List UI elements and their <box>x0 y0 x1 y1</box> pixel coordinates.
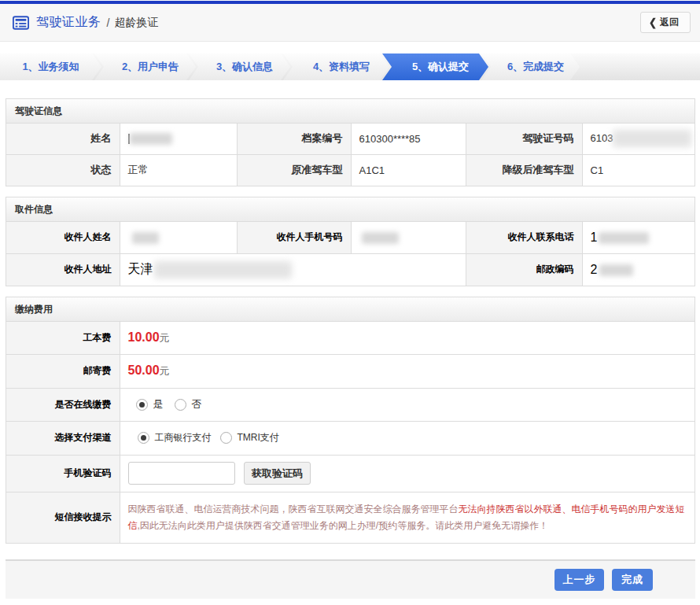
mail-fee-value: 50.00元 <box>120 354 694 388</box>
radio-group: 是 否 <box>128 397 695 411</box>
table-row: 姓名 档案编号 610300****85 驾驶证号码 6103 <box>6 124 694 154</box>
fees-section-title: 缴纳费用 <box>6 297 694 322</box>
table-row: 收件人地址 天津 邮政编码 2 <box>6 253 694 286</box>
notice-text-1: 因陕西省联通、电信运营商技术问题，陕西省互联网交通安全综合服务管理平台 <box>128 504 459 515</box>
steps-bar: 1、业务须知 2、用户申告 3、确认信息 4、资料填写 5、确认提交 6、完成提… <box>0 53 700 80</box>
online-pay-yes-label: 是 <box>153 397 164 411</box>
file-no-label: 档案编号 <box>237 124 351 154</box>
step-4-fill-data: 4、资料填写 <box>283 53 389 80</box>
mail-fee-label: 邮寄费 <box>6 354 120 388</box>
postcode-value: 2 <box>582 253 694 286</box>
online-pay-no-radio[interactable] <box>175 399 186 411</box>
finish-button[interactable]: 完成 <box>612 569 653 591</box>
page-subtitle: 超龄换证 <box>114 16 158 30</box>
down-class-value: C1 <box>582 154 694 186</box>
down-class-label: 降级后准驾车型 <box>466 154 582 186</box>
recipient-tel-label: 收件人联系电话 <box>466 222 582 253</box>
pickup-table: 收件人姓名 收件人手机号码 收件人联系电话 1 收件人地址 天津 邮政编码 2 <box>6 222 694 286</box>
online-pay-label: 是否在线缴费 <box>6 388 120 421</box>
channel-icbc-label: 工商银行支付 <box>155 431 212 445</box>
title-separator: / <box>107 17 110 29</box>
table-row: 工本费 10.00元 <box>6 322 694 354</box>
sms-code-input[interactable] <box>128 462 235 485</box>
redacted-postcode <box>599 264 633 276</box>
address-value: 天津 <box>120 253 466 286</box>
page: 驾驶证业务 / 超龄换证 ❮ 返回 1、业务须知 2、用户申告 3、确认信息 4… <box>0 0 700 605</box>
table-row: 短信接收提示 因陕西省联通、电信运营商技术问题，陕西省互联网交通安全综合服务管理… <box>6 492 694 543</box>
sms-notice-value: 因陕西省联通、电信运营商技术问题，陕西省互联网交通安全综合服务管理平台无法向持陕… <box>120 492 694 543</box>
steps: 1、业务须知 2、用户申告 3、确认信息 4、资料填写 5、确认提交 6、完成提… <box>0 53 700 80</box>
table-row: 收件人姓名 收件人手机号码 收件人联系电话 1 <box>6 222 694 253</box>
pickup-section-title: 取件信息 <box>6 197 694 222</box>
license-section-title: 驾驶证信息 <box>6 99 694 124</box>
sms-code-row: 获取验证码 <box>120 455 694 492</box>
online-pay-yes-radio[interactable] <box>136 399 148 411</box>
work-fee-label: 工本费 <box>6 322 120 354</box>
pay-channel-options: 工商银行支付 TMRI支付 <box>120 421 694 455</box>
redacted-address <box>154 261 292 279</box>
orig-class-value: A1C1 <box>351 154 466 186</box>
step-3-confirm-info: 3、确认信息 <box>189 53 290 80</box>
redacted-license-no <box>613 130 691 147</box>
table-row: 手机验证码 获取验证码 <box>6 455 694 492</box>
postcode-label: 邮政编码 <box>466 253 582 286</box>
get-code-button[interactable]: 获取验证码 <box>244 462 311 485</box>
table-row: 选择支付渠道 工商银行支付 TMRI支付 <box>6 421 694 455</box>
online-pay-options: 是 否 <box>120 388 694 421</box>
orig-class-label: 原准驾车型 <box>237 154 351 186</box>
table-row: 邮寄费 50.00元 <box>6 354 694 388</box>
pickup-info-section: 取件信息 收件人姓名 收件人手机号码 收件人联系电话 1 收件人地址 天津 邮政… <box>6 197 695 286</box>
step-1-notice: 1、业务须知 <box>0 53 101 80</box>
footer-bar: 上一步 完成 <box>6 559 695 599</box>
channel-tmri-radio[interactable] <box>220 432 232 444</box>
recipient-name-value <box>120 222 237 253</box>
step-6-complete: 6、完成提交 <box>481 53 580 80</box>
fees-section: 缴纳费用 工本费 10.00元 邮寄费 50.00元 是否在线缴费 是 <box>6 297 695 544</box>
online-pay-no-label: 否 <box>192 397 202 411</box>
recipient-phone-value <box>351 222 466 253</box>
status-label: 状态 <box>6 154 120 186</box>
notice-text-2: ,因此无法向此类用户提供陕西省交通管理业务的网上办理/预约等服务。请此类用户避免… <box>138 520 549 531</box>
radio-group: 工商银行支付 TMRI支付 <box>128 431 695 445</box>
recipient-tel-value: 1 <box>582 222 694 253</box>
name-value <box>120 124 237 154</box>
channel-icbc-radio[interactable] <box>138 432 149 444</box>
sms-notice-label: 短信接收提示 <box>6 492 120 543</box>
previous-step-button[interactable]: 上一步 <box>554 569 604 591</box>
redacted-recipient-name <box>132 232 159 244</box>
sms-code-label: 手机验证码 <box>6 455 120 492</box>
pay-channel-label: 选择支付渠道 <box>6 421 120 455</box>
table-row: 状态 正常 原准驾车型 A1C1 降级后准驾车型 C1 <box>6 154 694 186</box>
page-title: 驾驶证业务 <box>36 14 101 31</box>
table-row: 是否在线缴费 是 否 <box>6 388 694 421</box>
name-label: 姓名 <box>6 124 120 154</box>
file-no-value: 610300****85 <box>351 124 466 154</box>
license-business-icon <box>13 16 29 30</box>
header: 驾驶证业务 / 超龄换证 ❮ 返回 <box>0 4 700 42</box>
chevron-left-icon: ❮ <box>649 17 657 28</box>
step-2-declare: 2、用户申告 <box>94 53 196 80</box>
step-5-confirm-submit: 5、确认提交 <box>382 53 488 80</box>
license-no-label: 驾驶证号码 <box>466 124 582 154</box>
recipient-name-label: 收件人姓名 <box>6 222 120 253</box>
redacted-recipient-tel <box>599 232 649 244</box>
fees-table: 工本费 10.00元 邮寄费 50.00元 是否在线缴费 是 否 <box>6 322 694 543</box>
redacted-name-value <box>130 133 172 145</box>
recipient-phone-label: 收件人手机号码 <box>237 222 351 253</box>
license-no-value: 6103 <box>582 124 694 154</box>
back-button[interactable]: ❮ 返回 <box>640 12 691 33</box>
license-info-section: 驾驶证信息 姓名 档案编号 610300****85 驾驶证号码 6103 状态… <box>6 98 695 186</box>
redacted-recipient-phone <box>362 232 399 244</box>
sms-notice-text: 因陕西省联通、电信运营商技术问题，陕西省互联网交通安全综合服务管理平台无法向持陕… <box>120 493 695 542</box>
license-table: 姓名 档案编号 610300****85 驾驶证号码 6103 状态 正常 原准… <box>6 124 694 186</box>
work-fee-value: 10.00元 <box>120 322 694 354</box>
address-label: 收件人地址 <box>6 253 120 286</box>
channel-tmri-label: TMRI支付 <box>238 431 279 445</box>
status-value: 正常 <box>120 154 237 186</box>
